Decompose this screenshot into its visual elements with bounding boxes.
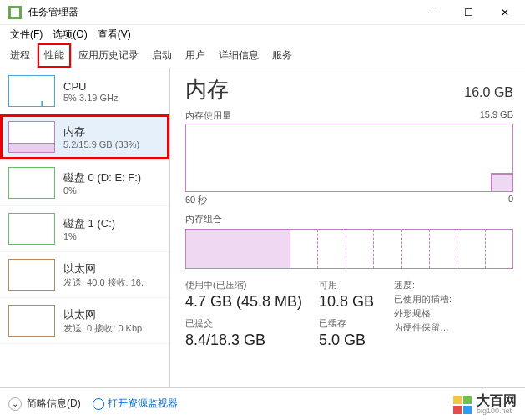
sidebar-item-sub: 5.2/15.9 GB (33%): [63, 139, 139, 149]
tab-services[interactable]: 服务: [265, 43, 299, 68]
available-value: 10.8 GB: [319, 293, 394, 311]
committed-value: 8.4/18.3 GB: [185, 331, 319, 349]
menubar: 文件(F) 选项(O) 查看(V): [0, 25, 525, 43]
sidebar-item-label: CPU: [63, 80, 118, 93]
disk-thumb-icon: [8, 167, 55, 199]
watermark-logo-icon: [453, 396, 472, 414]
sidebar-item-disk0[interactable]: 磁盘 0 (D: E: F:) 0%: [0, 160, 169, 206]
reserved-label: 为硬件保留…: [394, 321, 513, 334]
inuse-label: 使用中(已压缩): [185, 279, 319, 291]
composition-used: [186, 230, 290, 268]
cpu-thumb-icon: [8, 75, 55, 107]
menu-options[interactable]: 选项(O): [48, 26, 92, 43]
tab-apphistory[interactable]: 应用历史记录: [72, 43, 145, 68]
tab-performance[interactable]: 性能: [37, 43, 72, 68]
memory-composition-chart: [185, 229, 513, 269]
chart-x-left: 60 秒: [185, 194, 207, 206]
sidebar-item-ethernet1[interactable]: 以太网 发送: 0 接收: 0 Kbp: [0, 298, 169, 344]
composition-label: 内存组合: [185, 213, 513, 225]
titlebar: 任务管理器 ─ ☐ ✕: [0, 0, 525, 25]
usage-chart-label: 内存使用量: [185, 109, 231, 122]
menu-file[interactable]: 文件(F): [5, 26, 48, 43]
tab-users[interactable]: 用户: [179, 43, 212, 68]
watermark-url: big100.net: [477, 407, 517, 415]
speed-label: 速度:: [394, 279, 513, 291]
window-title: 任务管理器: [28, 5, 413, 19]
available-label: 可用: [319, 279, 394, 291]
sidebar-item-sub: 发送: 0 接收: 0 Kbp: [63, 322, 142, 335]
sidebar-item-sub: 1%: [63, 231, 115, 241]
sidebar-item-label: 磁盘 0 (D: E: F:): [63, 170, 141, 185]
page-title: 内存: [185, 75, 229, 104]
chart-x-right: 0: [508, 194, 513, 206]
sidebar-item-label: 以太网: [63, 261, 144, 276]
taskmgr-icon: [8, 6, 22, 19]
sidebar-item-memory[interactable]: 内存 5.2/15.9 GB (33%): [0, 114, 169, 160]
resmon-label: 打开资源监视器: [108, 397, 178, 411]
sidebar-item-cpu[interactable]: CPU 5% 3.19 GHz: [0, 68, 169, 114]
slots-label: 已使用的插槽:: [394, 293, 513, 306]
sidebar-item-disk1[interactable]: 磁盘 1 (C:) 1%: [0, 206, 169, 252]
resmon-icon: [93, 398, 104, 410]
tab-processes[interactable]: 进程: [3, 43, 37, 68]
memory-total: 16.0 GB: [464, 85, 513, 100]
tabbar: 进程 性能 应用历史记录 启动 用户 详细信息 服务: [0, 43, 525, 68]
ethernet-thumb-icon: [8, 259, 55, 291]
tab-startup[interactable]: 启动: [145, 43, 179, 68]
watermark: 大百网 big100.net: [453, 394, 517, 415]
committed-label: 已提交: [185, 317, 319, 330]
minimize-button[interactable]: ─: [413, 1, 450, 24]
menu-view[interactable]: 查看(V): [93, 26, 136, 43]
brief-label: 简略信息(D): [27, 397, 81, 411]
chart-fill: [491, 173, 512, 191]
sidebar-item-sub: 发送: 40.0 接收: 16.: [63, 276, 144, 289]
sidebar-item-label: 以太网: [63, 307, 142, 322]
sidebar-item-sub: 0%: [63, 185, 141, 195]
close-button[interactable]: ✕: [487, 1, 523, 24]
cached-value: 5.0 GB: [319, 331, 394, 349]
sidebar: CPU 5% 3.19 GHz 内存 5.2/15.9 GB (33%) 磁盘 …: [0, 68, 170, 387]
main-panel: 内存 16.0 GB 内存使用量 15.9 GB 60 秒 0 内存组合 使用中…: [170, 68, 525, 387]
brief-info-button[interactable]: ⌄ 简略信息(D): [8, 397, 81, 411]
usage-chart-max: 15.9 GB: [480, 109, 513, 122]
cached-label: 已缓存: [319, 317, 394, 330]
tab-details[interactable]: 详细信息: [212, 43, 265, 68]
sidebar-item-label: 内存: [63, 124, 139, 139]
sidebar-item-ethernet0[interactable]: 以太网 发送: 40.0 接收: 16.: [0, 252, 169, 298]
inuse-value: 4.7 GB (45.8 MB): [185, 293, 319, 311]
sidebar-item-label: 磁盘 1 (C:): [63, 216, 115, 231]
memory-thumb-icon: [8, 121, 55, 153]
footer: ⌄ 简略信息(D) 打开资源监视器: [0, 387, 525, 419]
ethernet-thumb-icon: [8, 305, 55, 337]
maximize-button[interactable]: ☐: [450, 1, 487, 24]
form-label: 外形规格:: [394, 307, 513, 320]
watermark-name: 大百网: [477, 394, 517, 407]
memory-usage-chart: [185, 124, 513, 192]
sidebar-item-sub: 5% 3.19 GHz: [63, 93, 118, 103]
disk-thumb-icon: [8, 213, 55, 245]
chevron-down-icon: ⌄: [8, 397, 22, 411]
open-resmon-link[interactable]: 打开资源监视器: [93, 397, 178, 411]
